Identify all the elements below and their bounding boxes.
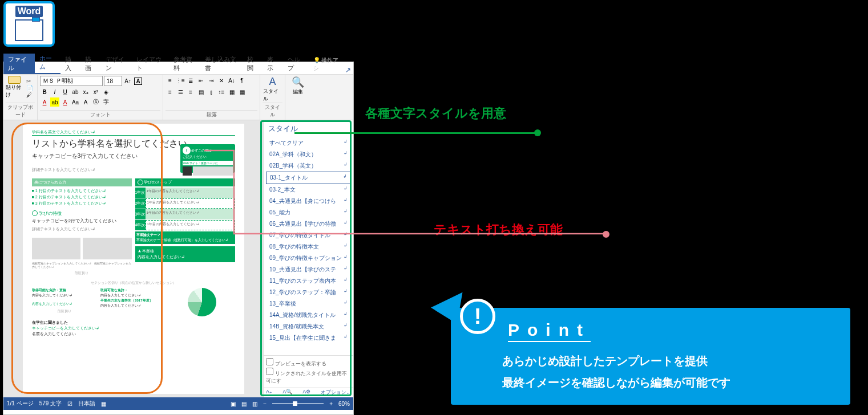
sub-icon[interactable]: x₂ — [81, 87, 90, 96]
dept-placeholder[interactable]: 学科名を英文で入力してください↲ — [32, 129, 235, 136]
tab-mailings[interactable]: 差し込み文書 — [200, 54, 243, 74]
italic-icon[interactable]: I — [50, 87, 59, 96]
style-item[interactable]: すべてクリア↲ — [266, 137, 351, 149]
zoom-percent[interactable]: 60% — [338, 401, 350, 407]
disable-linked-checkbox[interactable]: リンクされたスタイルを使用不可にす — [266, 368, 351, 385]
clear-format-icon[interactable]: ◈ — [102, 87, 111, 96]
style-item[interactable]: 07_学びの特徴タイトル↲ — [266, 230, 351, 241]
styles-button[interactable]: A スタイル — [263, 76, 282, 103]
zoom-slider[interactable] — [272, 403, 324, 404]
style-item[interactable]: 15_見出【在学生に聞きま↲ — [266, 332, 351, 344]
new-style-icon[interactable]: A₊ — [266, 389, 272, 396]
sup-icon[interactable]: x² — [91, 87, 100, 96]
style-item[interactable]: 10_共通見出【学びのステ↲ — [266, 264, 351, 275]
bullet-1[interactable]: ■ 1 行目のテキストを入力してください↲ — [32, 188, 132, 194]
tab-help[interactable]: ヘルプ — [283, 54, 309, 74]
zoom-in-icon[interactable]: + — [329, 401, 333, 407]
bullet-2[interactable]: ■ 2 行目のテキストを入力してください↲ — [32, 194, 132, 200]
style-item[interactable]: 04_共通見出【身につけら↲ — [266, 196, 351, 207]
style-item[interactable]: 11_学びのステップ表内本↲ — [266, 275, 351, 287]
style-inspector-icon[interactable]: A🔍 — [282, 389, 292, 396]
borders-icon[interactable]: ▦ — [237, 87, 247, 96]
style-item[interactable]: 12_学びのステップ：卒論↲ — [266, 287, 351, 298]
font-name-select[interactable]: ＭＳ Ｐ明朝 — [40, 76, 103, 86]
font-color2-icon[interactable]: A — [60, 97, 70, 107]
page-indicator[interactable]: 1/1 ページ — [7, 400, 34, 408]
numbering-icon[interactable]: ⋮≡ — [176, 76, 185, 85]
bullets-icon[interactable]: ≡ — [165, 76, 175, 85]
char-border-icon[interactable]: 字 — [102, 97, 111, 107]
font-color-icon[interactable]: A — [40, 97, 49, 107]
tab-view[interactable]: 表示 — [263, 54, 282, 74]
document-page[interactable]: 学科名を英文で入力してください↲ リストから学科名を選択してください キャッチコ… — [23, 124, 244, 394]
bullet-3[interactable]: ■ 3 行目のテキストを入力してください↲ — [32, 200, 132, 206]
focus-view-icon[interactable]: ▣ — [231, 401, 236, 407]
print-layout-icon[interactable]: ▤ — [241, 401, 247, 407]
feature-detail[interactable]: 詳細テキストを入力してください↲ — [32, 226, 132, 232]
zoom-out-icon[interactable]: − — [263, 401, 267, 407]
macro-icon[interactable]: ▦ — [101, 401, 106, 407]
tab-design[interactable]: デザイン — [101, 54, 132, 74]
underline-icon[interactable]: U — [60, 87, 70, 96]
copy-icon[interactable]: 📄 — [26, 85, 33, 91]
style-item[interactable]: 08_学びの特徴本文↲ — [266, 241, 351, 253]
align-right-icon[interactable]: ≡ — [186, 87, 195, 96]
style-item[interactable]: 09_学びの特徴キャプション↲ — [266, 253, 351, 264]
style-item[interactable]: 05_能力↲ — [266, 207, 351, 218]
style-item[interactable]: 13_卒業後↲ — [266, 298, 351, 310]
strike-icon[interactable]: ab — [71, 87, 80, 96]
font-size-select[interactable]: 18 — [104, 76, 122, 86]
indent-inc-icon[interactable]: ⇥ — [207, 76, 216, 85]
format-painter-icon[interactable]: 🖌 — [26, 92, 33, 98]
tab-draw[interactable]: 描画 — [80, 54, 100, 74]
name-prompt[interactable]: 名前を入力してください — [32, 332, 76, 336]
edit-button[interactable]: 🔍 編集 — [288, 76, 308, 96]
preview-checkbox[interactable]: プレビューを表示する — [266, 358, 351, 368]
enclose-icon[interactable]: Ⓐ — [91, 97, 100, 107]
web-layout-icon[interactable]: ▥ — [252, 401, 257, 407]
style-item[interactable]: 14A_資格/就職先タイトル↲ — [266, 310, 351, 321]
shading-icon[interactable]: ▦ — [227, 87, 236, 96]
multilevel-icon[interactable]: ≣ — [186, 76, 195, 85]
paste-button[interactable]: 貼り付け — [6, 76, 23, 99]
tab-insert[interactable]: 挿入 — [60, 54, 80, 74]
tab-home[interactable]: ホーム — [35, 52, 60, 74]
tell-me-hint[interactable]: 💡 操作アシ — [309, 55, 345, 74]
language-indicator[interactable]: 日本語 — [78, 400, 95, 408]
indent-dec-icon[interactable]: ⇤ — [196, 76, 205, 85]
char-scale-icon[interactable]: A — [81, 97, 90, 107]
styles-options-link[interactable]: オプション... — [321, 389, 351, 396]
document-viewport[interactable]: 学科名を英文で入力してください↲ リストから学科名を選択してください キャッチコ… — [3, 120, 263, 397]
tab-references[interactable]: 参考資料 — [169, 54, 200, 74]
style-item[interactable]: 03-1_タイトル↲ — [266, 172, 351, 184]
show-marks-icon[interactable]: ¶ — [237, 76, 247, 85]
tab-file[interactable]: ファイル — [3, 54, 35, 74]
style-item[interactable]: 03-2_本文↲ — [266, 184, 351, 196]
tab-review[interactable]: 校閲 — [243, 54, 263, 74]
style-item[interactable]: 14B_資格/就職先本文↲ — [266, 321, 351, 332]
feature-catch[interactable]: キャッチコピーを2行で入力してください — [32, 218, 132, 224]
share-icon[interactable]: ↗ — [345, 66, 353, 74]
interview-catch[interactable]: キャッチコピーを入力してください↲ — [32, 326, 99, 330]
tab-layout[interactable]: レイアウト — [132, 54, 168, 74]
change-case-icon[interactable]: Aa — [71, 97, 80, 107]
manage-styles-icon[interactable]: A⚙ — [302, 389, 310, 396]
cut-icon[interactable]: ✂ — [26, 78, 33, 84]
style-item[interactable]: 02A_学科（和文）↲ — [266, 149, 351, 160]
bold-icon[interactable]: B — [40, 87, 49, 96]
word-count[interactable]: 579 文字 — [39, 400, 62, 408]
style-item[interactable]: 02B_学科（英文）↲ — [266, 160, 351, 172]
asian-icon[interactable]: ✕ — [217, 76, 226, 85]
grow-font-icon[interactable]: A↑ — [123, 76, 132, 86]
sort-icon[interactable]: A↓ — [227, 76, 236, 85]
cert-body[interactable]: 内容を入力してください↲ — [32, 294, 72, 297]
align-left-icon[interactable]: ≡ — [165, 87, 175, 96]
align-center-icon[interactable]: ☰ — [176, 87, 185, 96]
shrink-font-icon[interactable]: A — [134, 76, 143, 86]
justify-icon[interactable]: ▤ — [196, 87, 205, 96]
distribute-icon[interactable]: ⫿ — [207, 87, 216, 96]
highlight-icon[interactable]: ab — [50, 97, 59, 107]
photo-caption[interactable]: 掲載写真のキャプションを入力してください↲ 掲載写真のキャプションを入力してくだ… — [32, 262, 132, 268]
line-spacing-icon[interactable]: ↕≡ — [217, 87, 226, 96]
style-item[interactable]: 06_共通見出【学びの特徴↲ — [266, 218, 351, 230]
